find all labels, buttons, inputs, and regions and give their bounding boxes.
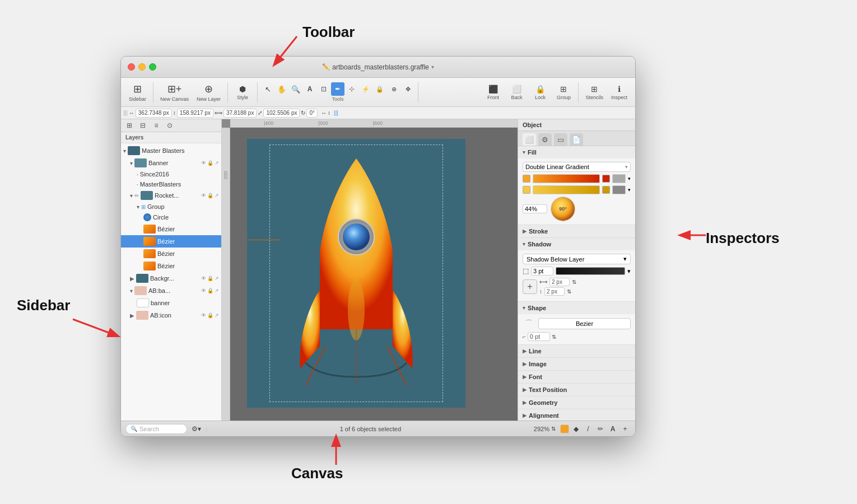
stroke-section-header[interactable]: ▶ Stroke — [518, 225, 635, 237]
offset-x-stepper[interactable]: ⇅ — [572, 279, 576, 285]
back-button[interactable]: ⬜ Back — [505, 82, 528, 102]
layers-icon[interactable]: ⊞ — [123, 120, 136, 130]
minimize-button[interactable] — [138, 63, 146, 71]
color-stop-4[interactable] — [602, 186, 610, 194]
tab-gear[interactable]: ⚙ — [538, 133, 552, 146]
layer-background[interactable]: ▶ Backgr... 👁 🔒 ↗ — [121, 272, 221, 284]
gradient-sphere[interactable]: 90° — [551, 197, 575, 221]
group-button[interactable]: ⊞ Group — [552, 82, 575, 102]
layer-circle[interactable]: Circle — [121, 212, 221, 223]
bt-diamond[interactable]: ◆ — [570, 423, 581, 435]
inspect-button[interactable]: ℹ Inspect — [608, 82, 631, 102]
pen-tool[interactable]: ✒ — [331, 82, 344, 96]
layer-bezier-4[interactable]: Bézier — [121, 260, 221, 272]
eye-icon-r[interactable]: 👁 — [201, 193, 206, 198]
layer-banner[interactable]: ▾ Banner 👁 🔒 ↗ — [121, 157, 221, 169]
zoom-stepper[interactable]: ⇅ — [551, 426, 556, 432]
close-button[interactable] — [128, 63, 135, 71]
layer-rocket[interactable]: ▾ ✏ Rocket... 👁 🔒 ↗ — [121, 189, 221, 202]
sidebar-toggle[interactable]: ⊞ Sidebar — [125, 81, 150, 104]
layer-banner-child[interactable]: banner — [121, 297, 221, 309]
corner-value-field[interactable]: 0 pt — [528, 332, 550, 341]
shadow-pt-field[interactable]: 3 pt — [531, 267, 553, 276]
zoom-control[interactable]: 292% ⇅ — [534, 426, 556, 432]
fill-type-select[interactable]: Double Linear Gradient ▾ — [523, 162, 631, 172]
color-alpha[interactable] — [612, 174, 626, 183]
stencils-button[interactable]: ⊞ Stencils — [582, 82, 607, 102]
hand-tool[interactable]: ✋ — [275, 82, 288, 96]
search-box[interactable]: 🔍 Search — [125, 424, 187, 434]
bt-pencil[interactable]: ✏ — [595, 423, 606, 435]
alignment-section-header[interactable]: ▶ Alignment — [518, 409, 635, 421]
font-section-header[interactable]: ▶ Font — [518, 371, 635, 383]
layer-master-blasters[interactable]: ▾ Master Blasters — [121, 144, 221, 157]
lock-icon-r[interactable]: 🔒 — [207, 193, 213, 198]
sidebar-tool-3[interactable]: ≡ — [150, 120, 162, 130]
gradient-bar-1[interactable] — [533, 174, 600, 183]
lock-tool[interactable]: 🔒 — [373, 82, 386, 96]
style-button[interactable]: ⬢ Style — [231, 82, 254, 102]
tab-object[interactable]: ⬜ — [523, 133, 536, 146]
lock-small-icon[interactable]: 🔒 — [207, 160, 213, 166]
tab-doc[interactable]: 📄 — [570, 133, 583, 146]
text-tool[interactable]: A — [303, 82, 316, 96]
layer-since2016[interactable]: • Since2016 — [121, 169, 221, 179]
sidebar-tool-2[interactable]: ⊟ — [137, 120, 149, 130]
shadow-color-bar[interactable] — [556, 267, 625, 275]
shadow-offset-plus[interactable]: + — [523, 279, 537, 294]
geometry-section-header[interactable]: ▶ Geometry — [518, 396, 635, 409]
angle-field[interactable]: 0° — [306, 109, 318, 118]
bt-square-orange[interactable] — [560, 424, 569, 433]
sidebar-tool-4[interactable]: ⊙ — [164, 120, 176, 130]
bt-plus[interactable]: + — [620, 423, 631, 435]
fill-section-header[interactable]: ▾ Fill — [518, 146, 635, 158]
connect-tool[interactable]: ⊹ — [345, 82, 358, 96]
h-field[interactable]: 102.5506 px — [263, 109, 300, 118]
shape-section-header[interactable]: ▾ Shape — [518, 302, 635, 314]
line-section-header[interactable]: ▶ Line — [518, 345, 635, 357]
color-stop-1[interactable] — [523, 175, 530, 183]
new-canvas-button[interactable]: ⊞+ New Canvas — [157, 81, 192, 104]
percent-field[interactable]: 44% — [523, 204, 547, 213]
layer-masterblasters-text[interactable]: • MasterBlasters — [121, 179, 221, 189]
canvas-area[interactable]: |400 |500 |600 200 — [222, 119, 518, 421]
y-field[interactable]: 158.9217 px — [177, 109, 213, 118]
image-tool[interactable]: ⊡ — [317, 82, 330, 96]
gradient-bar-2[interactable] — [533, 185, 600, 194]
layer-bezier-3[interactable]: Bézier — [121, 248, 221, 260]
lock-button[interactable]: 🔒 Lock — [529, 82, 551, 102]
bt-text[interactable]: A — [607, 423, 618, 435]
zoom-tool[interactable]: 🔍 — [289, 82, 302, 96]
layer-ab-ba[interactable]: ▾ AB:ba... 👁 🔒 ↗ — [121, 284, 221, 297]
color-stop-2[interactable] — [602, 175, 610, 183]
gear-settings[interactable]: ⚙▾ — [192, 425, 201, 433]
corner-stepper[interactable]: ⇅ — [552, 334, 556, 340]
w-field[interactable]: 37.8188 px — [223, 109, 257, 118]
eye-icon[interactable]: 👁 — [201, 160, 206, 166]
layer-group[interactable]: ▾ ⊞ Group — [121, 202, 221, 212]
bt-line[interactable]: / — [583, 423, 594, 435]
layer-ab-icon[interactable]: ▶ AB:icon 👁 🔒 ↗ — [121, 309, 221, 321]
offset-y-field[interactable]: 2 px — [544, 287, 565, 296]
color-stop-3[interactable] — [523, 186, 530, 194]
shadow-section-header[interactable]: ▾ Shadow — [518, 238, 635, 250]
x-field[interactable]: 362.7348 px — [136, 109, 172, 118]
tab-canvas[interactable]: ▭ — [554, 133, 567, 146]
shape-name-box[interactable]: Bezier — [538, 318, 631, 329]
color-alpha-2[interactable] — [612, 185, 626, 194]
zoom-in-tool[interactable]: ⊕ — [387, 82, 400, 96]
share-icon-r[interactable]: ↗ — [215, 193, 219, 198]
share-icon[interactable]: ↗ — [215, 160, 219, 166]
move-tool[interactable]: ✥ — [401, 82, 414, 96]
layer-bezier-2[interactable]: Bézier — [121, 235, 221, 248]
shadow-type-select[interactable]: Shadow Below Layer ▾ — [523, 254, 631, 264]
offset-y-stepper[interactable]: ⇅ — [567, 288, 571, 295]
action-tool[interactable]: ⚡ — [359, 82, 372, 96]
maximize-button[interactable] — [149, 63, 156, 71]
offset-x-field[interactable]: 2 px — [549, 278, 570, 286]
new-layer-button[interactable]: ⊕ New Layer — [193, 81, 224, 104]
front-button[interactable]: ⬛ Front — [482, 82, 504, 102]
canvas-viewport[interactable] — [230, 128, 518, 421]
select-tool[interactable]: ↖ — [261, 82, 274, 96]
text-position-section-header[interactable]: ▶ Text Position — [518, 384, 635, 396]
